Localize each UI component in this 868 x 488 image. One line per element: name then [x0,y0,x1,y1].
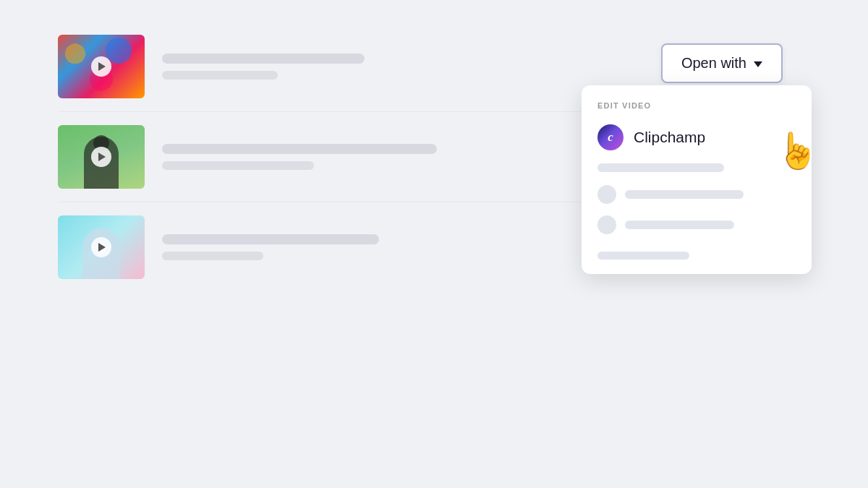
skeleton-circle-2 [597,215,616,234]
play-button[interactable] [91,237,111,257]
thumbnail [58,215,145,279]
chevron-down-icon [754,61,762,67]
file-name-bar [162,234,379,244]
play-button[interactable] [91,147,111,167]
dropdown-skeleton-bar-1 [597,163,724,172]
skeleton-line-2 [625,221,734,229]
open-with-label: Open with [681,55,746,72]
dropdown-footer-bar [597,252,689,260]
skeleton-circle-1 [597,185,616,204]
file-meta-bar [162,252,263,260]
dropdown-skeleton-row-2 [582,210,812,240]
clipchamp-icon: c [597,124,624,150]
dropdown-skeleton-row-1 [582,179,812,210]
open-with-button[interactable]: Open with [661,43,783,83]
play-button[interactable] [91,56,111,77]
file-name-bar [162,53,365,64]
hand-cursor-overlay: ☝ [775,134,819,168]
file-meta-bar [162,161,314,170]
play-icon [98,153,106,161]
thumbnail [58,125,145,189]
file-meta-bar [162,71,278,80]
play-icon [98,243,106,252]
page-background: Open with EDIT VIDEO c Clipchamp [0,0,868,488]
file-name-bar [162,144,437,154]
open-with-dropdown: EDIT VIDEO c Clipchamp [582,85,812,274]
skeleton-line-1 [625,190,744,199]
play-icon [98,62,106,71]
dropdown-section-label: EDIT VIDEO [582,101,812,119]
clipchamp-label: Clipchamp [634,129,705,146]
thumbnail [58,35,145,98]
